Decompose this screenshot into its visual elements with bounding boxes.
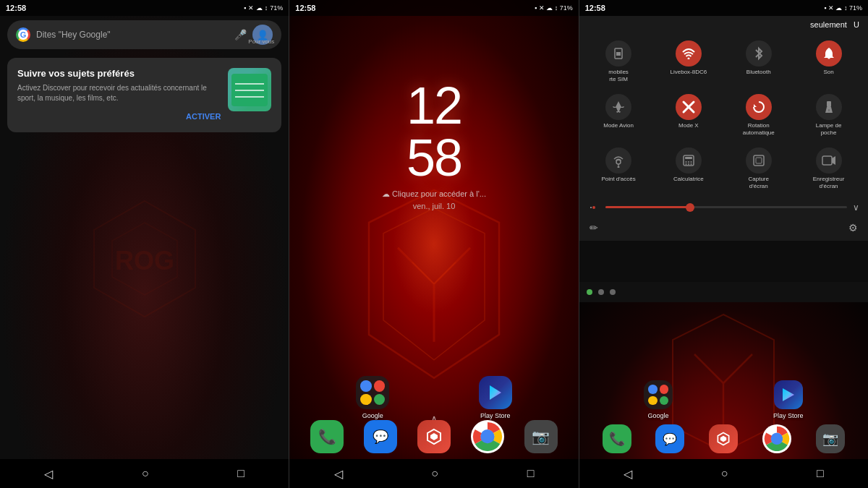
torch-svg [823, 100, 835, 114]
clock-minute: 58 [407, 132, 461, 184]
dock-camera-p2[interactable]: 📷 [524, 420, 558, 453]
discover-card-content: Suivre vos sujets préférés Activez Disco… [17, 68, 221, 122]
dock-camera-p3[interactable]: 📷 [816, 424, 845, 453]
dock-chrome-p3[interactable] [762, 424, 791, 453]
svg-point-22 [687, 58, 689, 60]
gf-yellow-p3 [648, 396, 658, 406]
brightness-dots [588, 202, 600, 213]
status-icons-p2: ▪ ✕ ☁ ↕ 71% [535, 4, 573, 12]
google-logo: G [16, 27, 30, 42]
brightness-expand-icon[interactable]: ∨ [853, 202, 859, 213]
img-line-2 [235, 90, 264, 91]
qs-tile-mobile[interactable]: mobilesrte SIM [585, 36, 652, 87]
svg-rect-21 [616, 52, 621, 56]
weather-info[interactable]: ☁ Cliquez pour accéder à l'... [382, 189, 486, 199]
gf-yellow [360, 394, 372, 406]
svg-rect-32 [685, 157, 692, 159]
gf-red [374, 380, 386, 392]
qs-tile-calculator[interactable]: Calculatrice [655, 143, 722, 194]
notif-dot-gray1 [598, 289, 604, 295]
recorder-icon [816, 147, 842, 174]
dock-messages-p3[interactable]: 💬 [655, 424, 684, 453]
qs-footer: ✏ ⚙ [579, 219, 868, 236]
messages-icon-p3: 💬 [655, 424, 684, 453]
dock-chrome-p2[interactable] [471, 420, 504, 453]
discover-card-image [228, 68, 271, 111]
brightness-bar[interactable] [605, 206, 847, 208]
search-bar-p1[interactable]: G Dites "Hey Google" 🎤 👤 [7, 20, 281, 49]
qs-tile-modex[interactable]: Mode X [655, 90, 722, 140]
date-display: ven., juil. 10 [413, 202, 456, 210]
home-button-p2[interactable]: ○ [431, 467, 438, 480]
status-time-p1: 12:58 [6, 4, 26, 12]
home-button-p3[interactable]: ○ [721, 467, 728, 480]
activer-button[interactable]: ACTIVER [186, 112, 221, 121]
x-svg [681, 100, 696, 114]
qs-tile-screenshot[interactable]: Captured'écran [725, 143, 792, 194]
chrome-svg-p3 [764, 426, 790, 452]
back-button-p3[interactable]: ◁ [624, 467, 632, 481]
qs-tile-sound[interactable]: Son [795, 36, 862, 87]
bell-svg [822, 47, 836, 60]
dock-messages-p2[interactable]: 💬 [364, 420, 397, 453]
gf-red-p3 [660, 385, 669, 394]
pour-vous-label: Pour vous [248, 38, 274, 45]
dock-arcore-p2[interactable] [417, 420, 451, 453]
svg-point-34 [688, 161, 689, 163]
brightness-thumb [686, 203, 694, 212]
qs-tile-bt-label: Bluetooth [746, 69, 771, 76]
discover-title: Suivre vos sujets préférés [17, 68, 221, 79]
qs-tile-screenshot-label: Captured'écran [748, 176, 768, 189]
svg-point-15 [482, 432, 493, 442]
qs-tile-wifi[interactable]: Livebox-8DC6 [655, 36, 722, 87]
dock-p2: 📞 💬 [289, 420, 578, 453]
svg-point-28 [616, 160, 621, 164]
qs-tile-flashlight[interactable]: Lampe depoche [795, 90, 862, 140]
playstore-wrap-p3[interactable]: Play Store [773, 380, 804, 419]
qs-tile-bluetooth[interactable]: Bluetooth [725, 36, 792, 87]
svg-marker-42 [832, 156, 835, 165]
notif-dot-green [587, 289, 592, 295]
back-button-p1[interactable]: ◁ [44, 467, 53, 481]
google-folder-icon-p3 [644, 380, 673, 409]
back-button-p2[interactable]: ◁ [334, 467, 343, 481]
dock-p3: 📞 💬 [579, 424, 868, 453]
recents-button-p2[interactable]: □ [527, 467, 535, 480]
notif-dot-gray2 [610, 289, 616, 295]
google-folder-wrap[interactable]: Google [356, 376, 389, 419]
chrome-icon-p3 [762, 424, 791, 453]
recents-button-p1[interactable]: □ [237, 467, 244, 480]
gf-blue [360, 380, 372, 392]
qs-tile-hotspot[interactable]: Point d'accès [585, 143, 652, 194]
messages-icon: 💬 [364, 420, 397, 453]
qs-tile-modex-label: Mode X [678, 122, 699, 129]
sound-icon [816, 40, 842, 67]
qs-tile-flashlight-label: Lampe depoche [816, 122, 842, 136]
camera-icon: 📷 [524, 420, 558, 453]
settings-icon[interactable]: ⚙ [848, 222, 858, 234]
phone-icon: 📞 [310, 420, 344, 453]
mic-icon[interactable]: 🎤 [234, 29, 247, 40]
playstore-wrap[interactable]: Play Store [479, 376, 512, 419]
qs-tile-recorder[interactable]: Enregistreurd'écran [795, 143, 862, 194]
hotspot-icon [605, 147, 631, 174]
dock-phone-p3[interactable]: 📞 [603, 424, 631, 453]
arcore-icon [417, 420, 451, 453]
home-button-p1[interactable]: ○ [142, 467, 149, 480]
qs-tile-rotation[interactable]: Rotationautomatique [725, 90, 792, 140]
dock-phone-p2[interactable]: 📞 [310, 420, 344, 453]
google-folder-wrap-p3[interactable]: Google [644, 380, 673, 419]
brightness-control[interactable]: ∨ [579, 197, 868, 218]
dock-arcore-p3[interactable] [709, 424, 738, 453]
svg-rect-41 [822, 156, 832, 165]
notif-icons-row [579, 282, 868, 302]
qs-tile-hotspot-label: Point d'accès [601, 176, 635, 183]
panel-discover: ROG 12:58 ▪ ✕ ☁ ↕ 71% G Dites "Hey Googl… [0, 0, 289, 488]
plane-svg [611, 100, 626, 114]
edit-icon[interactable]: ✏ [590, 222, 598, 234]
recents-button-p3[interactable]: □ [817, 467, 824, 480]
bt-svg [754, 46, 764, 61]
playstore-label: Play Store [480, 412, 511, 419]
nav-bar-p2: ◁ ○ □ [289, 459, 578, 488]
qs-tile-airplane[interactable]: Mode Avion [585, 90, 652, 140]
